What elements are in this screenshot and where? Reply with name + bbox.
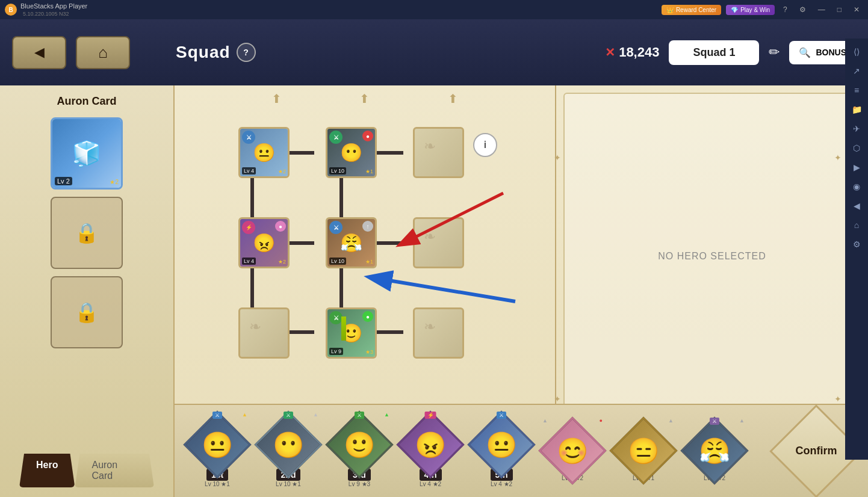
titlebar-right: 👑 Reward Center 💎 Play & Win ? ⚙ — □ ✕ bbox=[662, 4, 863, 15]
corner-deco-tr: ✦ bbox=[834, 153, 842, 162]
play-win-btn[interactable]: 💎 Play & Win bbox=[726, 5, 775, 15]
formation-slot-mid-right[interactable]: ❧ bbox=[413, 217, 464, 268]
svg-line-3 bbox=[371, 277, 515, 301]
sidebar-icon-expand[interactable]: ⟨⟩ bbox=[848, 43, 865, 60]
formation-slot-bot-right[interactable]: ❧ bbox=[413, 307, 464, 359]
edit-squad-button[interactable]: ✏ bbox=[769, 45, 780, 60]
class-icon-8: ⚔ bbox=[329, 311, 343, 324]
class-icon-1: ⚔ bbox=[242, 131, 255, 144]
corner-deco-tl: ✦ bbox=[554, 153, 561, 162]
locked-slot-1: 🔒 bbox=[51, 197, 123, 269]
empty-slot-icon: ❧ bbox=[424, 138, 454, 168]
hero-class-badge-1: ⚔ bbox=[212, 412, 222, 419]
status-icon-5: ↑ bbox=[362, 221, 373, 232]
hero-class-badge-2: ⚔ bbox=[284, 412, 293, 419]
up-arrow-1: ⬆ bbox=[271, 91, 282, 106]
corner-deco-br: ✦ bbox=[834, 394, 842, 404]
confirm-label: Confirm bbox=[796, 445, 837, 457]
hero-level-4: Lv 4 ★2 bbox=[420, 481, 441, 487]
formation-slot-top-right[interactable]: ❧ bbox=[413, 127, 464, 178]
auron-hero-card[interactable]: 🧊 Lv 2 ★2 bbox=[51, 117, 123, 190]
hero-detail-area: NO HERO SELECTED bbox=[563, 93, 861, 419]
hero-level-badge: Lv 2 bbox=[55, 177, 72, 185]
class-icon-2: ⚔ bbox=[329, 131, 343, 144]
minimize-btn[interactable]: — bbox=[814, 4, 829, 15]
star-badge-8: ★3 bbox=[365, 349, 373, 355]
bottom-hero-6[interactable]: 😊 ● ▲ Lv 1 ★2 bbox=[539, 413, 606, 489]
formation-grid: ⚔ Lv 4 ★2 😐 ⚔ ● Lv 10 ★1 😶 bbox=[232, 127, 497, 398]
currency-value: 18,243 bbox=[619, 45, 659, 60]
up-arrow-2: ⬆ bbox=[359, 91, 370, 106]
bottom-hero-8[interactable]: 😤 ⚔ ▲ Lv 1 ★2 bbox=[681, 413, 748, 489]
sidebar-icon-home[interactable]: ⌂ bbox=[848, 217, 865, 233]
status-icon-8: ● bbox=[362, 311, 373, 322]
sidebar-icon-settings[interactable]: ⚙ bbox=[848, 236, 865, 253]
back-icon: ◀ bbox=[34, 45, 45, 60]
formation-slot-top-center[interactable]: ⚔ ● Lv 10 ★1 😶 bbox=[326, 127, 377, 178]
hero-upgrade-2: ▲ bbox=[313, 412, 318, 418]
sidebar-icon-menu[interactable]: ≡ bbox=[848, 82, 865, 99]
up-arrows: ⬆ ⬆ ⬆ bbox=[232, 91, 497, 106]
home-icon: ⌂ bbox=[98, 43, 108, 62]
star-badge-2: ★1 bbox=[365, 168, 373, 174]
level-badge-1: Lv 4 bbox=[242, 167, 256, 174]
app-name: BlueStacks App Player bbox=[20, 2, 87, 10]
sidebar-icon-hex[interactable]: ⬡ bbox=[848, 140, 865, 156]
sidebar-icon-play[interactable]: ▶ bbox=[848, 159, 865, 176]
level-badge-4: Lv 4 bbox=[242, 258, 256, 265]
bottom-hero-7[interactable]: 😑 ▲ Lv 1 ★1 bbox=[610, 413, 677, 489]
home-button[interactable]: ⌂ bbox=[76, 36, 130, 69]
bottom-hero-4[interactable]: 😠 ⚡ 4th Lv 4 ★2 bbox=[397, 413, 463, 489]
close-btn[interactable]: ✕ bbox=[850, 4, 863, 15]
app-logo: B bbox=[5, 4, 17, 16]
left-panel: Auron Card 🧊 Lv 2 ★2 🔒 🔒 Hero Auron Card bbox=[0, 85, 175, 497]
hero-star-badge: ★2 bbox=[110, 179, 119, 185]
bottom-bar: 😐 ⚔ ▲ 1st Lv 10 ★1 😶 ⚔ ▲ 2nd Lv 10 ★1 bbox=[175, 404, 868, 497]
back-button[interactable]: ◀ bbox=[12, 36, 66, 69]
formation-slot-top-left[interactable]: ⚔ Lv 4 ★2 😐 bbox=[238, 127, 290, 178]
formation-slot-mid-center[interactable]: ⚔ ↑ Lv 10 ★1 😤 bbox=[326, 217, 377, 268]
search-icon: 🔍 bbox=[799, 47, 811, 58]
status-icon-4: ● bbox=[275, 221, 286, 232]
bottom-hero-3[interactable]: 🙂 ⚔ ▲ 3rd Lv 9 ★3 bbox=[326, 413, 392, 489]
sidebar-icon-camera[interactable]: ◉ bbox=[848, 178, 865, 195]
sidebar-icon-plane[interactable]: ✈ bbox=[848, 120, 865, 137]
currency-display: ✕ 18,243 bbox=[605, 45, 659, 60]
bottom-hero-5[interactable]: 😐 ⚔ 5th Lv 4 ★2 bbox=[468, 413, 535, 489]
bottom-hero-1[interactable]: 😐 ⚔ ▲ 1st Lv 10 ★1 bbox=[184, 413, 250, 489]
sidebar-icon-back[interactable]: ◀ bbox=[848, 197, 865, 214]
yellow-progress-bar bbox=[341, 316, 346, 341]
bottom-hero-2[interactable]: 😶 ⚔ ▲ 2nd Lv 10 ★1 bbox=[255, 413, 321, 489]
help-button[interactable]: ? bbox=[237, 43, 256, 62]
empty-slot-icon-2: ❧ bbox=[424, 228, 454, 258]
lock-icon-2: 🔒 bbox=[75, 301, 99, 324]
tab-auron[interactable]: Auron Card bbox=[75, 454, 154, 487]
hero-level-5: Lv 4 ★2 bbox=[491, 481, 512, 487]
hero-class-badge-4: ⚡ bbox=[425, 412, 436, 419]
level-badge-2: Lv 10 bbox=[329, 167, 346, 174]
tab-hero[interactable]: Hero bbox=[19, 454, 75, 487]
sidebar-icon-folder[interactable]: 📁 bbox=[848, 101, 865, 118]
hero-upgrade-8: ▲ bbox=[739, 418, 745, 424]
hero-upgrade-6: ▲ bbox=[542, 418, 548, 424]
status-icon-2: ● bbox=[362, 131, 373, 141]
help-titlebar-btn[interactable]: ? bbox=[780, 4, 791, 15]
game-area: ◀ ⌂ Squad ? ✕ 18,243 Squad 1 ✏ 🔍 BONUS A… bbox=[0, 19, 868, 497]
hero-status-6: ● bbox=[600, 418, 603, 424]
formation-slot-mid-left[interactable]: ⚡ ● Lv 4 ★2 😠 bbox=[238, 217, 290, 268]
formation-slot-bot-left[interactable]: ❧ bbox=[238, 307, 290, 359]
settings-titlebar-btn[interactable]: ⚙ bbox=[796, 4, 810, 15]
reward-center-btn[interactable]: 👑 Reward Center bbox=[662, 5, 721, 15]
star-badge-4: ★2 bbox=[278, 259, 286, 265]
sidebar-icon-arrow[interactable]: ↗ bbox=[848, 63, 865, 79]
tab-bar: Hero Auron Card bbox=[10, 454, 164, 487]
squad-selector[interactable]: Squad 1 bbox=[669, 40, 759, 65]
level-badge-8: Lv 9 bbox=[329, 348, 343, 355]
info-button[interactable]: i bbox=[473, 133, 497, 157]
crown-icon: 👑 bbox=[666, 7, 674, 13]
diamond-icon: 💎 bbox=[731, 7, 738, 13]
hero-level-2: Lv 10 ★1 bbox=[276, 481, 301, 487]
hero-upgrade-7: ▲ bbox=[668, 418, 674, 424]
formation-slot-bot-center[interactable]: ⚔ ● Lv 9 ★3 🙂 bbox=[326, 307, 377, 359]
maximize-btn[interactable]: □ bbox=[834, 4, 845, 15]
